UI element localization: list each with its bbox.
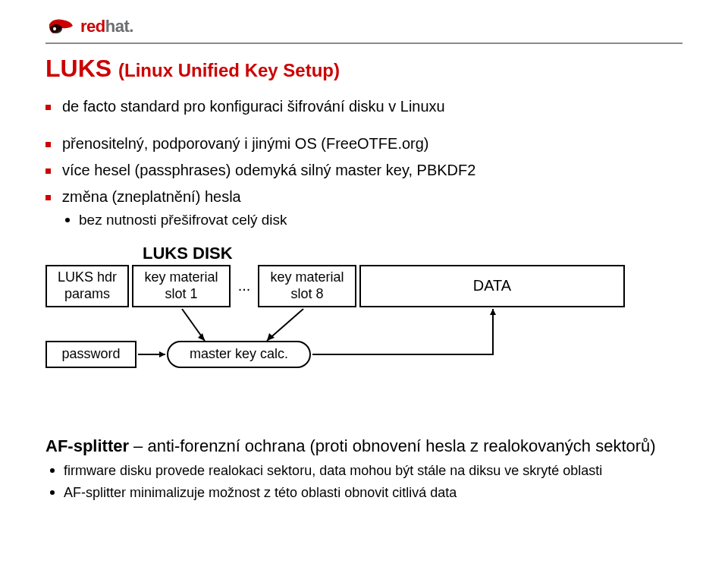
box-key-slot-8: key material slot 8 xyxy=(258,265,356,307)
title-main: LUKS xyxy=(46,55,118,82)
box-slot1-l2: slot 1 xyxy=(165,286,197,303)
af-splitter-block: AF-splitter – anti-forenzní ochrana (pro… xyxy=(46,435,682,502)
box-password: password xyxy=(46,341,136,368)
svg-line-6 xyxy=(267,309,303,341)
box-data: DATA xyxy=(359,265,625,307)
header: redhat. xyxy=(46,15,682,38)
svg-marker-5 xyxy=(198,333,205,341)
redhat-wordmark: redhat. xyxy=(80,17,133,36)
svg-line-4 xyxy=(182,309,205,341)
bullet-1: de facto standard pro konfiguraci šifrov… xyxy=(46,96,682,117)
box-slot1-l1: key material xyxy=(144,269,218,286)
box-luks-hdr: LUKS hdr params xyxy=(46,265,129,307)
diagram-row-calc: password master key calc. xyxy=(46,341,311,368)
luks-diagram: LUKS DISK LUKS hdr params key material s… xyxy=(46,244,682,426)
luks-disk-label: LUKS DISK xyxy=(143,244,233,263)
box-slot8-l1: key material xyxy=(270,269,344,286)
svg-marker-8 xyxy=(490,309,496,315)
af-sub-2: AF-splitter minimalizuje možnost z této … xyxy=(46,483,682,502)
bullet-3: více hesel (passphrases) odemyká silný m… xyxy=(46,160,682,181)
redhat-fedora-icon xyxy=(46,15,76,38)
af-splitter-rest: – anti-forenzní ochrana (proti obnovení … xyxy=(129,436,656,455)
af-splitter-bold: AF-splitter xyxy=(46,436,129,455)
slide-title: LUKS (Linux Unified Key Setup) xyxy=(46,55,682,83)
redhat-word-gray: hat. xyxy=(105,17,133,36)
box-master-key-calc: master key calc. xyxy=(167,341,311,368)
bullet-list: de facto standard pro konfiguraci šifrov… xyxy=(46,96,682,230)
af-sub-1: firmware disku provede realokaci sektoru… xyxy=(46,461,682,480)
title-sub: (Linux Unified Key Setup) xyxy=(118,60,340,80)
slot-ellipsis: ... xyxy=(234,265,255,307)
header-divider xyxy=(46,43,682,44)
bullet-4-1: bez nutnosti přešifrovat celý disk xyxy=(46,210,682,230)
slide: redhat. LUKS (Linux Unified Key Setup) d… xyxy=(0,0,728,573)
svg-point-1 xyxy=(53,27,56,30)
box-luks-hdr-l1: LUKS hdr xyxy=(58,269,117,286)
box-luks-hdr-l2: params xyxy=(64,286,110,303)
af-splitter-head: AF-splitter – anti-forenzní ochrana (pro… xyxy=(46,435,682,458)
svg-marker-7 xyxy=(267,333,275,341)
box-key-slot-1: key material slot 1 xyxy=(132,265,231,307)
redhat-word-red: red xyxy=(80,17,105,36)
bullet-4: změna (zneplatnění) hesla xyxy=(46,187,682,207)
bullet-2: přenositelný, podporovaný i jinými OS (F… xyxy=(46,134,682,154)
box-slot8-l2: slot 8 xyxy=(290,286,323,303)
diagram-row-disk: LUKS hdr params key material slot 1 ... … xyxy=(46,265,625,307)
